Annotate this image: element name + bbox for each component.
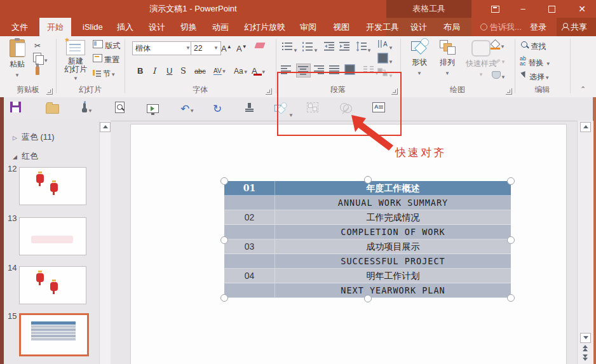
shapes-button[interactable]: 形状▼ [407,40,432,77]
font-dialog-launcher[interactable] [266,88,272,95]
table-cell-num[interactable] [224,225,275,239]
font-family-combo[interactable]: 楷体▼ [132,41,193,55]
table-cell-text[interactable]: SUCCESSFUL PROJECT [275,254,511,268]
drawing-dialog-launcher[interactable] [506,88,512,95]
table-cell-num[interactable] [224,254,275,268]
next-slide-button[interactable] [580,354,590,363]
table-cell-num[interactable] [224,196,275,210]
copy-button[interactable]: ▼ [33,53,48,64]
paste-button[interactable]: 粘贴 ▼ [5,39,29,79]
tab-animations[interactable]: 动画 [205,18,236,36]
columns-button[interactable]: ▼ [363,64,379,76]
align-left-button[interactable] [281,64,292,76]
shape-outline-button[interactable]: ▼ [492,55,506,67]
convert-to-smartart-button[interactable]: ▼ [377,67,393,78]
selection-handle[interactable] [220,177,228,185]
table-cell-text[interactable]: ANNUAL WORK SUMMARY [275,196,511,210]
tab-file[interactable]: 文件 [4,18,36,36]
select-button[interactable]: 选择▼ [521,71,550,83]
selection-handle[interactable] [364,176,372,184]
paragraph-dialog-launcher[interactable] [391,88,398,95]
slide-thumbnail-13[interactable] [19,217,86,255]
align-text-button[interactable]: ▼ [377,53,393,64]
align-distribute-button[interactable] [241,102,257,117]
open-button[interactable] [44,102,60,117]
redo-button[interactable]: ↻ [210,102,225,117]
share-button[interactable]: 共享 [554,18,595,36]
ribbon-display-options-button[interactable] [484,0,506,18]
selection-handle[interactable] [220,294,228,302]
section-blue[interactable]: ▷蓝色 (11) [13,131,55,143]
group-objects-button[interactable] [305,102,320,117]
decrease-indent-button[interactable] [324,41,335,53]
selection-handle[interactable] [507,294,515,302]
layout-button[interactable]: 版式▼ [93,40,125,51]
tab-home[interactable]: 开始 [39,18,71,36]
italic-button[interactable]: I [152,65,156,77]
table-row[interactable]: 04 明年工作计划 [224,269,511,283]
section-red[interactable]: ◢红色 [13,151,38,162]
section-button[interactable]: 节▼ [93,68,116,79]
previous-slide-button[interactable] [580,345,590,354]
table-row[interactable]: COMPLETION OF WORK [224,225,511,239]
font-size-combo[interactable]: 22▼ [191,41,221,55]
strikethrough-button[interactable]: abc [194,65,206,77]
align-center-button[interactable] [296,64,311,78]
cut-button[interactable]: ✂ [34,40,41,51]
distribute-text-button[interactable] [344,64,355,76]
slide-thumbnail-14[interactable] [19,266,86,304]
main-scroll-down-button[interactable] [580,333,591,343]
find-button[interactable]: 查找 [521,41,546,52]
tab-transitions[interactable]: 切换 [173,18,205,36]
main-scroll-up-button[interactable] [580,122,591,132]
slide-thumbnail-15[interactable] [19,313,89,356]
table-cell-num[interactable]: 03 [224,239,275,253]
shape-fill-button[interactable]: ▼ [491,40,505,51]
shape-effects-button[interactable]: ▼ [492,71,506,82]
selection-handle[interactable] [507,236,515,244]
tab-design[interactable]: 设计 [141,18,173,36]
table-row[interactable]: ANNUAL WORK SUMMARY [224,196,511,210]
justify-button[interactable] [329,64,340,76]
clear-formatting-button[interactable] [255,41,264,53]
table-cell-text[interactable]: COMPLETION OF WORK [275,225,511,239]
tab-view[interactable]: 视图 [325,18,357,36]
sign-in-button[interactable]: 登录 [522,18,554,36]
table-row[interactable]: 03 成功项目展示 [224,239,511,254]
table-cell-num[interactable]: 04 [224,269,275,283]
quick-align-button[interactable] [338,102,353,117]
selection-handle[interactable] [364,295,372,302]
selection-handle[interactable] [507,177,515,185]
replace-button[interactable]: abac 替换 ▼ [520,56,551,67]
close-button[interactable]: ✕ [571,0,593,18]
shapes-quick-button[interactable]: ▼ [272,102,294,117]
selection-handle[interactable] [220,236,228,244]
tab-insert[interactable]: 插入 [109,18,141,36]
change-case-button[interactable]: Aa▼ [234,65,248,77]
slides-panel-scrollbar[interactable] [99,121,111,364]
start-slideshow-button[interactable] [145,102,160,117]
font-color-button[interactable]: A▼ [252,65,266,77]
slide-thumbnail-12[interactable] [19,167,86,205]
table-cell-text[interactable]: NEXT YEARWORK PLAN [275,283,511,297]
table-cell-text[interactable]: 工作完成情况 [275,210,511,224]
table-row[interactable]: 02 工作完成情况 [224,210,511,225]
align-right-button[interactable] [314,64,325,76]
text-box-button[interactable]: A [371,102,386,117]
table-cell-num[interactable] [224,283,275,297]
tab-slideshow[interactable]: 幻灯片放映 [236,18,293,36]
shrink-font-button[interactable]: A▼ [236,41,247,53]
underline-button[interactable]: U [166,65,172,77]
clipboard-dialog-launcher[interactable] [46,88,53,95]
table-cell-text[interactable]: 成功项目展示 [275,239,511,253]
table-cell-text[interactable]: 明年工作计划 [275,269,511,283]
tab-review[interactable]: 审阅 [292,18,324,36]
touch-mouse-mode-button[interactable]: ▼ [76,102,98,117]
text-direction-button[interactable]: A▼ [377,39,393,50]
collapse-ribbon-button[interactable]: ⌃ [580,85,586,93]
save-button[interactable] [8,102,23,117]
tab-developer[interactable]: 开发工具 [358,18,407,36]
slide-table[interactable]: 01 年度工作概述 ANNUAL WORK SUMMARY 02 工作完成情况 … [224,181,511,298]
tab-table-design[interactable]: 设计 [403,18,435,36]
main-scrollbar[interactable] [577,121,593,364]
